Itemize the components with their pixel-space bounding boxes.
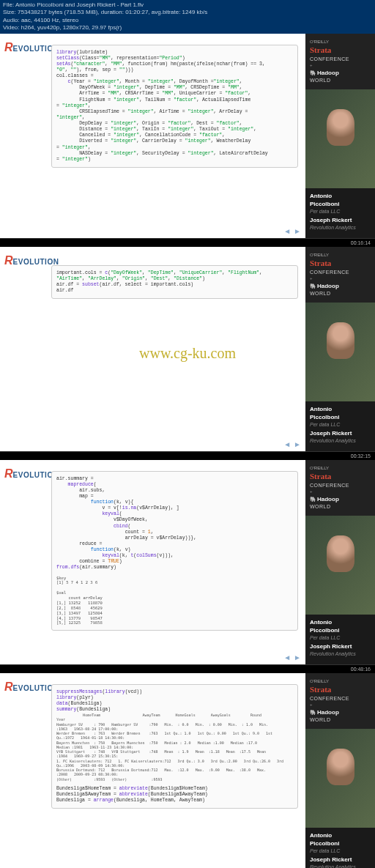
- code-block-4: suppressMessages(library(vcd))library(pl…: [51, 684, 298, 809]
- slide-nav: ◄ ►: [283, 440, 301, 448]
- conference-logo: O'REILLY Strata CONFERENCE + Hadoop WORL…: [305, 247, 375, 303]
- code-output-3: $key [1] 5 7 4 1 2 3 6 $val count arrDel…: [56, 576, 293, 626]
- code-output-4: HomeTeam AwayTeam HomeGoals AwayGoals Ro…: [56, 713, 293, 782]
- next-slide-icon[interactable]: ►: [294, 653, 301, 661]
- code-block-2: important.cols = c("DayOfWeek", "DepTime…: [51, 265, 298, 300]
- speaker-names: Antonio Piccolboni Per data LLC Joseph R…: [305, 188, 375, 237]
- speaker-names: Antonio Piccolboni Per data LLC Joseph R…: [305, 615, 375, 664]
- revolution-logo: REVOLUTION: [4, 254, 59, 267]
- file-line: File: Antonio Piccolboni and Joseph Rick…: [3, 1, 372, 9]
- sidebar-3: O'REILLY Strata CONFERENCE + Hadoop WORL…: [305, 460, 375, 664]
- timecode-2: 00:32:15: [0, 452, 375, 460]
- slide-nav: ◄ ►: [283, 227, 301, 235]
- frame-1: REVOLUTION library(lubridate)setClass(Cl…: [0, 34, 375, 239]
- speaker-photo: [305, 89, 375, 188]
- next-slide-icon[interactable]: ►: [294, 227, 301, 235]
- file-info-header: File: Antonio Piccolboni and Joseph Rick…: [0, 0, 375, 34]
- speaker-photo: [305, 516, 375, 615]
- next-slide-icon[interactable]: ►: [294, 440, 301, 448]
- frame-4: REVOLUTION suppressMessages(library(vcd)…: [0, 673, 375, 868]
- audio-line: Audio: aac, 44100 Hz, stereo: [3, 17, 372, 24]
- speaker-names: Antonio Piccolboni Per data LLC Joseph R…: [305, 828, 375, 868]
- slide-nav: ◄ ►: [283, 653, 301, 661]
- video-line: Video: h264, yuv420p, 1280x720, 29.97 fp…: [3, 24, 372, 31]
- timecode-1: 00:16:14: [0, 239, 375, 247]
- code-block-3: air.summary = mapreduce( air.subs, map =…: [51, 471, 298, 631]
- prev-slide-icon[interactable]: ◄: [283, 227, 291, 235]
- size-line: Size: 753438217 bytes (718.53 MiB), dura…: [3, 9, 372, 16]
- conference-logo: O'REILLY Strata CONFERENCE + Hadoop WORL…: [305, 460, 375, 516]
- speaker-photo: [305, 729, 375, 828]
- slide-2: REVOLUTION important.cols = c("DayOfWeek…: [0, 247, 305, 451]
- prev-slide-icon[interactable]: ◄: [283, 653, 291, 661]
- sidebar-4: O'REILLY Strata CONFERENCE + Hadoop WORL…: [305, 673, 375, 868]
- conference-logo: O'REILLY Strata CONFERENCE + Hadoop WORL…: [305, 673, 375, 729]
- sidebar-1: O'REILLY Strata CONFERENCE + Hadoop WORL…: [305, 34, 375, 238]
- prev-slide-icon[interactable]: ◄: [283, 440, 291, 448]
- sidebar-2: O'REILLY Strata CONFERENCE + Hadoop WORL…: [305, 247, 375, 451]
- frame-3: REVOLUTION air.summary = mapreduce( air.…: [0, 460, 375, 665]
- slide-4: REVOLUTION suppressMessages(library(vcd)…: [0, 673, 305, 868]
- slide-1: REVOLUTION library(lubridate)setClass(Cl…: [0, 34, 305, 238]
- frame-2: REVOLUTION important.cols = c("DayOfWeek…: [0, 247, 375, 452]
- speaker-names: Antonio Piccolboni Per data LLC Joseph R…: [305, 401, 375, 450]
- speaker-photo: [305, 303, 375, 401]
- slide-3: REVOLUTION air.summary = mapreduce( air.…: [0, 460, 305, 664]
- conference-logo: O'REILLY Strata CONFERENCE + Hadoop WORL…: [305, 34, 375, 89]
- timecode-3: 00:48:16: [0, 665, 375, 673]
- code-block-1: library(lubridate)setClass(Class="MM", r…: [51, 45, 298, 168]
